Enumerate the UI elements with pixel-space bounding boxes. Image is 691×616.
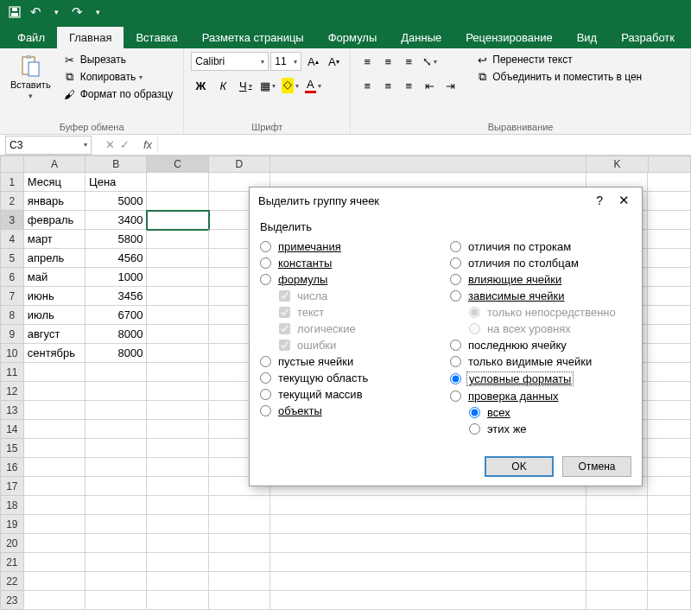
cell[interactable] xyxy=(86,401,147,420)
cell[interactable] xyxy=(86,496,147,515)
cell[interactable] xyxy=(24,363,86,382)
cell[interactable] xyxy=(86,515,147,534)
cell[interactable] xyxy=(86,458,147,477)
row-header[interactable]: 19 xyxy=(0,515,24,534)
row-header[interactable]: 3 xyxy=(0,211,24,230)
cell[interactable] xyxy=(586,553,648,572)
row-header[interactable]: 14 xyxy=(0,420,24,439)
cell[interactable]: 3400 xyxy=(86,211,147,230)
cell[interactable] xyxy=(86,591,147,610)
row-header[interactable]: 21 xyxy=(0,553,24,572)
formula-input[interactable] xyxy=(157,137,691,154)
cell[interactable] xyxy=(86,572,147,591)
col-header-c[interactable]: C xyxy=(147,156,208,173)
cell[interactable] xyxy=(147,211,208,230)
row-header[interactable]: 16 xyxy=(0,458,24,477)
opt-objects[interactable]: объекты xyxy=(260,403,441,419)
cell[interactable] xyxy=(24,553,86,572)
cancel-button[interactable]: Отмена xyxy=(562,456,631,477)
cell[interactable]: 8000 xyxy=(86,325,147,344)
cell[interactable] xyxy=(147,192,208,211)
cell[interactable]: февраль xyxy=(24,211,86,230)
cell[interactable] xyxy=(586,515,648,534)
tab-layout[interactable]: Разметка страницы xyxy=(190,27,316,48)
ok-button[interactable]: OK xyxy=(485,456,554,477)
cell[interactable] xyxy=(24,439,86,458)
row-header[interactable]: 12 xyxy=(0,382,24,401)
cell[interactable] xyxy=(147,401,208,420)
opt-precedents[interactable]: влияющие ячейки xyxy=(450,271,631,288)
cell[interactable] xyxy=(648,325,691,344)
cell[interactable] xyxy=(648,268,691,287)
cell[interactable] xyxy=(147,249,208,268)
align-left-icon[interactable]: ≡ xyxy=(358,76,377,95)
cell[interactable]: июнь xyxy=(24,287,86,306)
cell[interactable] xyxy=(586,496,648,515)
cell[interactable]: 5800 xyxy=(86,230,147,249)
merge-center-button[interactable]: ⧉Объединить и поместить в цен xyxy=(472,69,645,85)
tab-formulas[interactable]: Формулы xyxy=(316,27,390,48)
opt-last-cell[interactable]: последнюю ячейку xyxy=(450,337,631,353)
tab-review[interactable]: Рецензирование xyxy=(453,27,564,48)
cell[interactable] xyxy=(24,420,86,439)
opt-blanks[interactable]: пустые ячейки xyxy=(260,353,441,370)
row-header[interactable]: 22 xyxy=(0,572,24,591)
row-header[interactable]: 20 xyxy=(0,534,24,553)
opt-constants[interactable]: константы xyxy=(260,255,441,271)
cell[interactable] xyxy=(24,401,86,420)
cell[interactable] xyxy=(86,382,147,401)
tab-data[interactable]: Данные xyxy=(389,27,453,48)
name-box[interactable]: C3▾ xyxy=(5,136,92,155)
cell[interactable] xyxy=(24,591,86,610)
row-header[interactable]: 9 xyxy=(0,325,24,344)
cell[interactable] xyxy=(147,477,208,496)
row-header[interactable]: 17 xyxy=(0,477,24,496)
cell[interactable]: сентябрь xyxy=(24,344,86,363)
save-icon[interactable] xyxy=(5,3,24,22)
tab-home[interactable]: Главная xyxy=(57,27,124,48)
cell[interactable] xyxy=(648,439,691,458)
opt-current-array[interactable]: текущий массив xyxy=(260,386,441,403)
cell[interactable] xyxy=(209,572,270,591)
formula-cancel-icon[interactable]: ✕ xyxy=(105,138,115,151)
cell[interactable] xyxy=(147,515,208,534)
col-header-a[interactable]: A xyxy=(24,156,86,173)
row-header[interactable]: 1 xyxy=(0,173,24,192)
opt-current-region[interactable]: текущую область xyxy=(260,370,441,386)
cell[interactable] xyxy=(147,268,208,287)
cell[interactable] xyxy=(24,458,86,477)
border-button[interactable]: ▦ xyxy=(258,76,277,95)
cell[interactable] xyxy=(209,591,270,610)
cell[interactable] xyxy=(24,572,86,591)
opt-cond-formats[interactable]: условные форматы xyxy=(450,370,631,388)
col-header-gap[interactable] xyxy=(270,156,586,173)
opt-data-validation[interactable]: проверка данных xyxy=(450,388,631,404)
increase-font-icon[interactable]: A▴ xyxy=(303,52,322,71)
cell[interactable]: 1000 xyxy=(86,268,147,287)
opt-same[interactable]: этих же xyxy=(450,421,631,437)
font-name-select[interactable]: Calibri▾ xyxy=(191,52,269,71)
cell[interactable] xyxy=(147,439,208,458)
cell[interactable] xyxy=(648,458,691,477)
cell[interactable] xyxy=(648,287,691,306)
wrap-text-button[interactable]: ↩Перенести текст xyxy=(472,52,645,67)
cell[interactable] xyxy=(147,325,208,344)
row-header[interactable]: 15 xyxy=(0,439,24,458)
cell[interactable] xyxy=(270,553,586,572)
format-painter-button[interactable]: 🖌Формат по образцу xyxy=(60,86,177,102)
cell[interactable] xyxy=(147,173,208,192)
cell[interactable] xyxy=(86,420,147,439)
dialog-help-icon[interactable]: ? xyxy=(596,194,603,207)
fx-icon[interactable]: fx xyxy=(138,138,157,151)
tab-developer[interactable]: Разработк xyxy=(609,27,687,48)
cell[interactable] xyxy=(648,572,691,591)
cell[interactable] xyxy=(147,344,208,363)
cell[interactable] xyxy=(270,496,586,515)
cell[interactable] xyxy=(270,515,586,534)
cell[interactable]: 6700 xyxy=(86,306,147,325)
cell[interactable] xyxy=(147,591,208,610)
undo-icon[interactable]: ↶ xyxy=(26,3,45,22)
cell[interactable] xyxy=(147,534,208,553)
tab-insert[interactable]: Вставка xyxy=(124,27,189,48)
row-header[interactable]: 7 xyxy=(0,287,24,306)
